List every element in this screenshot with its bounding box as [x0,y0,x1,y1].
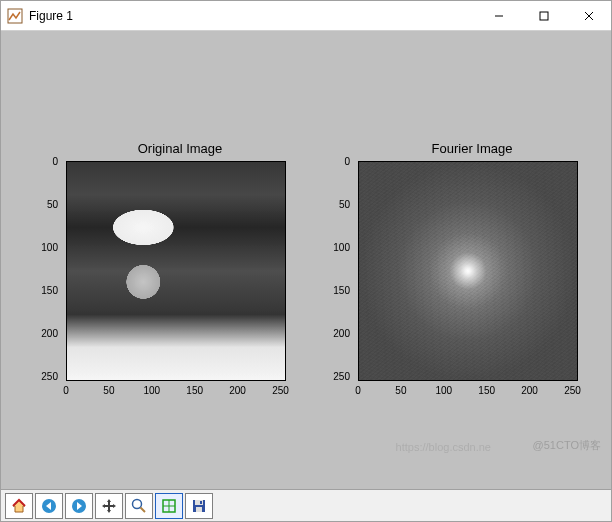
navigation-toolbar [1,489,611,521]
axes-fourier[interactable] [358,161,578,381]
watermark-csdn: https://blog.csdn.ne [396,441,491,453]
x-tick-label: 100 [435,385,452,396]
back-button[interactable] [35,493,63,519]
y-tick-label: 100 [41,241,58,252]
x-axis-fourier: 0 50 100 150 200 250 [358,383,578,399]
svg-rect-14 [196,507,202,512]
x-tick-label: 0 [355,385,361,396]
subplots-container: Original Image 0 50 100 150 200 250 0 50… [26,161,586,411]
figure-canvas[interactable]: Original Image 0 50 100 150 200 250 0 50… [1,31,611,489]
svg-line-8 [141,507,146,512]
x-tick-label: 200 [521,385,538,396]
zoom-button[interactable] [125,493,153,519]
x-tick-label: 150 [478,385,495,396]
y-tick-label: 100 [333,241,350,252]
forward-icon [71,498,87,514]
home-icon [11,498,27,514]
y-tick-label: 200 [41,327,58,338]
close-button[interactable] [566,1,611,30]
app-icon [7,8,23,24]
x-tick-label: 250 [564,385,581,396]
minimize-button[interactable] [476,1,521,30]
close-icon [584,11,594,21]
figure-window: Figure 1 Original Image 0 50 100 150 [0,0,612,522]
forward-button[interactable] [65,493,93,519]
y-axis-original: 0 50 100 150 200 250 [26,161,62,381]
y-tick-label: 150 [41,284,58,295]
pan-icon [101,498,117,514]
minimize-icon [494,11,504,21]
titlebar: Figure 1 [1,1,611,31]
watermark-51cto: @51CTO博客 [533,438,601,453]
back-icon [41,498,57,514]
x-tick-label: 50 [395,385,406,396]
x-tick-label: 0 [63,385,69,396]
svg-rect-15 [200,501,202,504]
x-tick-label: 150 [186,385,203,396]
original-image-content [67,162,285,380]
y-tick-label: 250 [41,370,58,381]
pan-button[interactable] [95,493,123,519]
window-title: Figure 1 [29,9,476,23]
y-tick-label: 250 [333,370,350,381]
x-tick-label: 100 [143,385,160,396]
y-tick-label: 0 [52,156,58,167]
configure-subplots-button[interactable] [155,493,183,519]
home-button[interactable] [5,493,33,519]
subplot-original: Original Image 0 50 100 150 200 250 0 50… [26,161,294,411]
y-tick-label: 50 [47,198,58,209]
y-tick-label: 0 [344,156,350,167]
save-icon [191,498,207,514]
x-tick-label: 200 [229,385,246,396]
y-tick-label: 200 [333,327,350,338]
x-tick-label: 50 [103,385,114,396]
y-tick-label: 150 [333,284,350,295]
svg-rect-2 [540,12,548,20]
x-tick-label: 250 [272,385,289,396]
save-button[interactable] [185,493,213,519]
fourier-image-content [359,162,577,380]
y-tick-label: 50 [339,198,350,209]
subplots-icon [161,498,177,514]
maximize-icon [539,11,549,21]
plot-title-fourier: Fourier Image [358,141,586,156]
zoom-icon [131,498,147,514]
maximize-button[interactable] [521,1,566,30]
axes-original[interactable] [66,161,286,381]
subplot-fourier: Fourier Image 0 50 100 150 200 250 0 50 … [318,161,586,411]
y-axis-fourier: 0 50 100 150 200 250 [318,161,354,381]
window-controls [476,1,611,30]
x-axis-original: 0 50 100 150 200 250 [66,383,286,399]
svg-point-7 [133,499,142,508]
plot-title-original: Original Image [66,141,294,156]
